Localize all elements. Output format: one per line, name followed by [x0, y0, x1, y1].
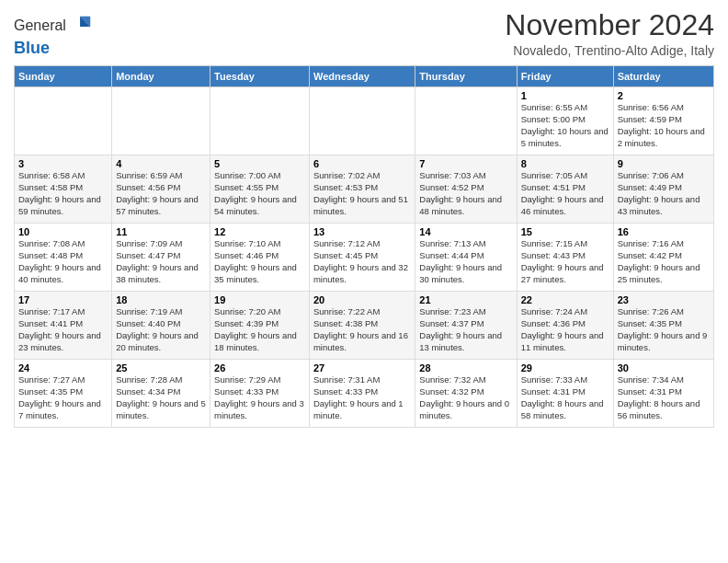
- day-number: 11: [116, 226, 206, 237]
- day-info: Sunrise: 7:24 AM Sunset: 4:36 PM Dayligh…: [521, 306, 609, 353]
- day-cell: 9Sunrise: 7:06 AM Sunset: 4:49 PM Daylig…: [613, 155, 713, 224]
- day-number: 3: [18, 158, 108, 169]
- day-number: 13: [313, 226, 411, 237]
- day-cell: 15Sunrise: 7:15 AM Sunset: 4:43 PM Dayli…: [517, 224, 613, 292]
- day-number: 7: [419, 158, 512, 169]
- header-cell-friday: Friday: [517, 66, 613, 87]
- day-cell: [15, 87, 112, 155]
- day-info: Sunrise: 7:29 AM Sunset: 4:33 PM Dayligh…: [214, 374, 305, 421]
- month-title: November 2024: [505, 9, 714, 41]
- day-info: Sunrise: 7:33 AM Sunset: 4:31 PM Dayligh…: [521, 374, 609, 421]
- day-cell: 22Sunrise: 7:24 AM Sunset: 4:36 PM Dayli…: [517, 292, 613, 360]
- day-number: 21: [419, 294, 512, 305]
- day-cell: 13Sunrise: 7:12 AM Sunset: 4:45 PM Dayli…: [309, 224, 415, 292]
- header-cell-thursday: Thursday: [415, 66, 517, 87]
- header-cell-wednesday: Wednesday: [309, 66, 415, 87]
- day-number: 23: [618, 294, 710, 305]
- day-number: 4: [116, 158, 206, 169]
- day-info: Sunrise: 7:22 AM Sunset: 4:38 PM Dayligh…: [313, 306, 411, 353]
- day-info: Sunrise: 7:27 AM Sunset: 4:35 PM Dayligh…: [18, 374, 108, 421]
- day-number: 2: [618, 90, 710, 101]
- day-cell: [415, 87, 517, 155]
- title-area: November 2024 Novaledo, Trentino-Alto Ad…: [505, 9, 714, 58]
- day-info: Sunrise: 7:16 AM Sunset: 4:42 PM Dayligh…: [618, 238, 710, 285]
- day-cell: 8Sunrise: 7:05 AM Sunset: 4:51 PM Daylig…: [517, 155, 613, 224]
- logo-icon: [68, 13, 94, 39]
- day-cell: 20Sunrise: 7:22 AM Sunset: 4:38 PM Dayli…: [309, 292, 415, 360]
- day-cell: 5Sunrise: 7:00 AM Sunset: 4:55 PM Daylig…: [210, 155, 310, 224]
- day-cell: 12Sunrise: 7:10 AM Sunset: 4:46 PM Dayli…: [210, 224, 310, 292]
- week-row-4: 17Sunrise: 7:17 AM Sunset: 4:41 PM Dayli…: [15, 292, 714, 360]
- header-cell-sunday: Sunday: [15, 66, 112, 87]
- day-cell: 19Sunrise: 7:20 AM Sunset: 4:39 PM Dayli…: [210, 292, 310, 360]
- day-number: 15: [521, 226, 609, 237]
- day-info: Sunrise: 7:08 AM Sunset: 4:48 PM Dayligh…: [18, 238, 108, 285]
- day-number: 5: [214, 158, 305, 169]
- header-cell-saturday: Saturday: [613, 66, 713, 87]
- day-cell: 14Sunrise: 7:13 AM Sunset: 4:44 PM Dayli…: [415, 224, 517, 292]
- day-cell: 16Sunrise: 7:16 AM Sunset: 4:42 PM Dayli…: [613, 224, 713, 292]
- day-info: Sunrise: 7:20 AM Sunset: 4:39 PM Dayligh…: [214, 306, 305, 353]
- day-cell: 3Sunrise: 6:58 AM Sunset: 4:58 PM Daylig…: [15, 155, 112, 224]
- day-info: Sunrise: 6:59 AM Sunset: 4:56 PM Dayligh…: [116, 170, 206, 217]
- day-cell: [210, 87, 310, 155]
- day-info: Sunrise: 7:19 AM Sunset: 4:40 PM Dayligh…: [116, 306, 206, 353]
- day-cell: 4Sunrise: 6:59 AM Sunset: 4:56 PM Daylig…: [112, 155, 210, 224]
- day-cell: 11Sunrise: 7:09 AM Sunset: 4:47 PM Dayli…: [112, 224, 210, 292]
- day-number: 29: [521, 362, 609, 373]
- day-number: 25: [116, 362, 206, 373]
- location-subtitle: Novaledo, Trentino-Alto Adige, Italy: [505, 43, 714, 58]
- header-row: SundayMondayTuesdayWednesdayThursdayFrid…: [15, 66, 714, 87]
- day-info: Sunrise: 7:23 AM Sunset: 4:37 PM Dayligh…: [419, 306, 512, 353]
- header-cell-monday: Monday: [112, 66, 210, 87]
- day-number: 20: [313, 294, 411, 305]
- day-number: 17: [18, 294, 108, 305]
- day-info: Sunrise: 7:28 AM Sunset: 4:34 PM Dayligh…: [116, 374, 206, 421]
- day-info: Sunrise: 7:05 AM Sunset: 4:51 PM Dayligh…: [521, 170, 609, 217]
- day-info: Sunrise: 7:12 AM Sunset: 4:45 PM Dayligh…: [313, 238, 411, 285]
- day-info: Sunrise: 6:58 AM Sunset: 4:58 PM Dayligh…: [18, 170, 108, 217]
- day-number: 30: [618, 362, 710, 373]
- week-row-2: 3Sunrise: 6:58 AM Sunset: 4:58 PM Daylig…: [15, 155, 714, 224]
- week-row-1: 1Sunrise: 6:55 AM Sunset: 5:00 PM Daylig…: [15, 87, 714, 155]
- day-info: Sunrise: 6:55 AM Sunset: 5:00 PM Dayligh…: [521, 102, 609, 149]
- day-info: Sunrise: 7:03 AM Sunset: 4:52 PM Dayligh…: [419, 170, 512, 217]
- day-number: 9: [618, 158, 710, 169]
- logo-blue: Blue: [14, 39, 94, 58]
- day-number: 19: [214, 294, 305, 305]
- day-number: 6: [313, 158, 411, 169]
- day-info: Sunrise: 6:56 AM Sunset: 4:59 PM Dayligh…: [618, 102, 710, 149]
- day-number: 28: [419, 362, 512, 373]
- day-info: Sunrise: 7:00 AM Sunset: 4:55 PM Dayligh…: [214, 170, 305, 217]
- day-cell: 27Sunrise: 7:31 AM Sunset: 4:33 PM Dayli…: [309, 360, 415, 428]
- day-number: 8: [521, 158, 609, 169]
- day-number: 1: [521, 90, 609, 101]
- day-cell: 25Sunrise: 7:28 AM Sunset: 4:34 PM Dayli…: [112, 360, 210, 428]
- day-cell: 24Sunrise: 7:27 AM Sunset: 4:35 PM Dayli…: [15, 360, 112, 428]
- day-info: Sunrise: 7:15 AM Sunset: 4:43 PM Dayligh…: [521, 238, 609, 285]
- day-number: 12: [214, 226, 305, 237]
- header-cell-tuesday: Tuesday: [210, 66, 310, 87]
- logo: General Blue: [14, 13, 94, 58]
- day-cell: [112, 87, 210, 155]
- day-number: 26: [214, 362, 305, 373]
- day-number: 24: [18, 362, 108, 373]
- day-info: Sunrise: 7:32 AM Sunset: 4:32 PM Dayligh…: [419, 374, 512, 421]
- day-info: Sunrise: 7:06 AM Sunset: 4:49 PM Dayligh…: [618, 170, 710, 217]
- day-cell: 17Sunrise: 7:17 AM Sunset: 4:41 PM Dayli…: [15, 292, 112, 360]
- page-container: General Blue November 2024 Novaledo, Tre…: [0, 0, 728, 437]
- day-info: Sunrise: 7:09 AM Sunset: 4:47 PM Dayligh…: [116, 238, 206, 285]
- day-number: 27: [313, 362, 411, 373]
- day-info: Sunrise: 7:31 AM Sunset: 4:33 PM Dayligh…: [313, 374, 411, 421]
- week-row-5: 24Sunrise: 7:27 AM Sunset: 4:35 PM Dayli…: [15, 360, 714, 428]
- day-number: 10: [18, 226, 108, 237]
- day-info: Sunrise: 7:13 AM Sunset: 4:44 PM Dayligh…: [419, 238, 512, 285]
- day-info: Sunrise: 7:17 AM Sunset: 4:41 PM Dayligh…: [18, 306, 108, 353]
- header: General Blue November 2024 Novaledo, Tre…: [14, 9, 714, 58]
- day-number: 22: [521, 294, 609, 305]
- logo-general: General: [14, 17, 66, 34]
- day-info: Sunrise: 7:02 AM Sunset: 4:53 PM Dayligh…: [313, 170, 411, 217]
- day-number: 18: [116, 294, 206, 305]
- day-cell: 6Sunrise: 7:02 AM Sunset: 4:53 PM Daylig…: [309, 155, 415, 224]
- calendar-table: SundayMondayTuesdayWednesdayThursdayFrid…: [14, 65, 714, 428]
